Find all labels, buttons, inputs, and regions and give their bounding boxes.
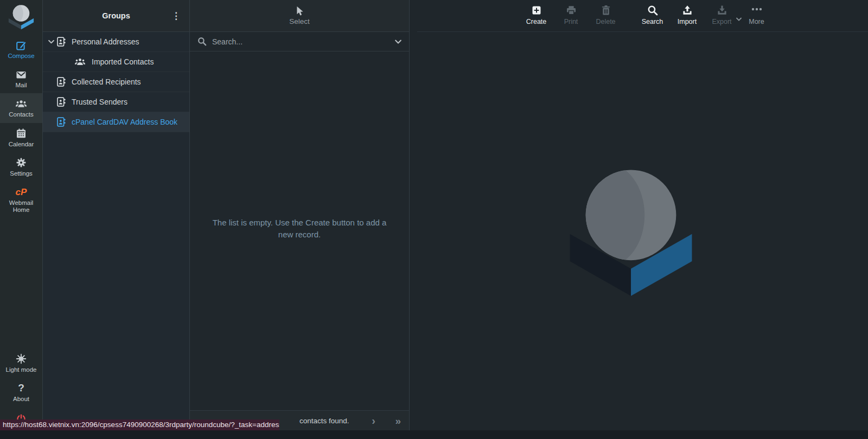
- sidebar-item-label: About: [13, 396, 29, 403]
- sidebar-item-label: Compose: [8, 53, 34, 60]
- sidebar-item-contacts[interactable]: Contacts: [0, 93, 42, 122]
- browser-status-url: https://host68.vietnix.vn:2096/cpsess749…: [0, 419, 279, 430]
- groups-title: Groups: [102, 11, 130, 20]
- group-item-cpanel-carddav-address-book[interactable]: cPanel CardDAV Address Book: [43, 112, 189, 132]
- address-book-icon: [57, 37, 66, 47]
- question-icon: ?: [18, 383, 24, 394]
- print-button[interactable]: Print: [560, 5, 582, 25]
- export-download-icon: [717, 5, 727, 16]
- sidebar-item-label: Calendar: [9, 141, 34, 148]
- group-item-imported-contacts[interactable]: Imported Contacts: [43, 52, 189, 72]
- sun-icon: [16, 353, 27, 365]
- webmail-logo-icon[interactable]: [7, 3, 36, 30]
- group-item-label: Collected Recipients: [72, 78, 141, 86]
- export-button[interactable]: Export: [711, 5, 733, 25]
- sidebar-item-mail[interactable]: Mail: [0, 64, 42, 93]
- contacts-list-body: The list is empty. Use the Create button…: [190, 51, 409, 410]
- group-item-label: Trusted Senders: [72, 98, 127, 106]
- sidebar-item-webmail-home[interactable]: cP Webmail Home: [0, 182, 42, 218]
- sidebar-item-about[interactable]: ? About: [0, 378, 42, 407]
- search-icon: [197, 37, 207, 46]
- contacts-group-icon: [74, 57, 86, 67]
- groups-pane: Groups ⋮ Personal Addresses Imported Con…: [43, 0, 190, 430]
- last-page-icon[interactable]: »: [393, 416, 403, 426]
- trash-icon: [601, 5, 611, 16]
- next-page-icon[interactable]: ›: [369, 415, 378, 426]
- content-pane: Create Print Delete Search: [410, 0, 868, 430]
- search-options-chevron-down-icon[interactable]: [395, 40, 401, 44]
- empty-list-message: The list is empty. Use the Create button…: [210, 217, 389, 410]
- cursor-select-icon: [296, 6, 304, 16]
- webmail-app: Compose Mail Contacts Calendar Settings: [0, 0, 868, 430]
- sidebar-item-light-mode[interactable]: Light mode: [0, 348, 42, 378]
- sidebar-item-label: Webmail Home: [4, 199, 39, 214]
- sidebar-item-settings[interactable]: Settings: [0, 152, 42, 182]
- cpanel-icon: cP: [16, 186, 27, 198]
- group-item-trusted-senders[interactable]: Trusted Senders: [43, 92, 189, 112]
- contacts-count-label: contacts found.: [299, 417, 349, 425]
- contacts-icon: [15, 98, 27, 109]
- group-item-personal-addresses[interactable]: Personal Addresses: [43, 32, 189, 52]
- sidebar-item-compose[interactable]: Compose: [0, 35, 42, 64]
- address-book-icon: [57, 117, 66, 127]
- group-item-label: Imported Contacts: [92, 57, 154, 66]
- create-button[interactable]: Create: [526, 5, 547, 25]
- mail-icon: [16, 69, 27, 80]
- groups-options-kebab-icon[interactable]: ⋮: [167, 9, 185, 23]
- compose-icon: [16, 40, 27, 51]
- sidebar-item-label: Light mode: [6, 366, 37, 373]
- sidebar-item-label: Contacts: [9, 111, 33, 118]
- webmail-hero-logo: [563, 160, 699, 297]
- import-upload-icon: [682, 5, 693, 16]
- search-input[interactable]: [212, 37, 390, 46]
- import-button[interactable]: Import: [676, 5, 698, 25]
- export-chevron-down-icon[interactable]: [736, 17, 742, 21]
- group-item-collected-recipients[interactable]: Collected Recipients: [43, 72, 189, 92]
- ellipsis-icon: [751, 5, 763, 16]
- more-button[interactable]: More: [746, 5, 768, 25]
- sidebar-item-calendar[interactable]: Calendar: [0, 123, 42, 152]
- address-book-icon: [57, 77, 66, 87]
- select-toggle[interactable]: Select: [190, 0, 409, 32]
- groups-header: Groups ⋮: [43, 0, 189, 32]
- search-button[interactable]: Search: [642, 5, 663, 25]
- select-label: Select: [289, 17, 310, 25]
- search-bar: [190, 32, 409, 51]
- app-sidebar: Compose Mail Contacts Calendar Settings: [0, 0, 43, 430]
- contacts-list-pane: Select The list is empty. Use the Create…: [190, 0, 410, 430]
- sidebar-item-label: Settings: [10, 170, 33, 177]
- group-item-label: cPanel CardDAV Address Book: [72, 118, 177, 126]
- calendar-icon: [16, 128, 27, 139]
- sidebar-item-label: Mail: [15, 82, 27, 89]
- contacts-toolbar: Create Print Delete Search: [417, 0, 868, 32]
- group-item-label: Personal Addresses: [72, 37, 139, 46]
- search-icon: [647, 5, 658, 16]
- gear-icon: [16, 157, 27, 169]
- delete-button[interactable]: Delete: [595, 5, 617, 25]
- chevron-down-icon[interactable]: [47, 38, 56, 46]
- address-book-icon: [57, 97, 66, 107]
- create-icon: [531, 5, 542, 16]
- print-icon: [566, 5, 577, 16]
- bottom-strip: [0, 430, 868, 439]
